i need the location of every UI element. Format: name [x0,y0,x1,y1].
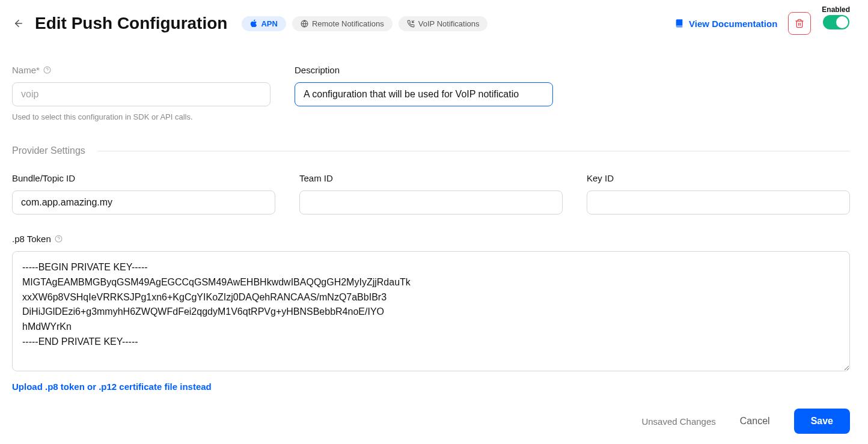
name-helper: Used to select this configuration in SDK… [12,112,270,121]
provider-section-title: Provider Settings [12,145,85,156]
token-section: .p8 Token Upload .p8 token or .p12 certi… [12,234,850,392]
key-input[interactable] [587,190,850,214]
book-icon [674,19,684,28]
key-label: Key ID [587,173,850,183]
provider-divider: Provider Settings [12,145,850,156]
token-label: .p8 Token [12,234,850,244]
bundle-input[interactable] [12,190,275,214]
enabled-toggle[interactable] [823,15,849,29]
desc-field-col: Description [295,65,553,121]
header: Edit Push Configuration APN Remote Notif… [12,12,850,35]
badges: APN Remote Notifications VoIP Notificati… [242,16,487,31]
name-input[interactable] [12,82,270,106]
badge-remote: Remote Notifications [292,16,393,31]
delete-button[interactable] [788,12,811,35]
globe-icon [301,20,308,28]
unsaved-changes-label: Unsaved Changes [641,416,715,427]
upload-file-link[interactable]: Upload .p8 token or .p12 certificate fil… [12,382,212,392]
badge-remote-label: Remote Notifications [312,19,384,28]
team-col: Team ID [299,173,563,214]
toggle-knob [836,16,848,28]
desc-label: Description [295,65,553,75]
phone-icon [407,20,415,28]
name-field-col: Name* Used to select this configuration … [12,65,270,121]
key-col: Key ID [587,173,850,214]
help-icon [43,66,51,74]
trash-icon [795,19,804,28]
badge-apn-label: APN [261,19,277,28]
name-label: Name* [12,65,270,75]
enabled-label: Enabled [822,5,850,14]
view-documentation-link[interactable]: View Documentation [674,19,777,29]
divider-line [97,151,850,151]
name-desc-row: Name* Used to select this configuration … [12,65,850,121]
header-actions: View Documentation Enabled [674,12,850,35]
bundle-label: Bundle/Topic ID [12,173,275,183]
badge-voip-label: VoIP Notifications [418,19,480,28]
view-docs-label: View Documentation [689,19,777,29]
badge-apn: APN [242,16,286,31]
save-button[interactable]: Save [794,409,850,434]
back-button[interactable] [12,17,25,30]
team-label: Team ID [299,173,563,183]
cancel-button[interactable]: Cancel [740,416,770,427]
team-input[interactable] [299,190,563,214]
p8-token-textarea[interactable] [12,251,850,371]
help-icon [55,235,63,243]
arrow-left-icon [13,18,24,29]
page-title: Edit Push Configuration [35,14,227,33]
description-input[interactable] [295,82,553,106]
enabled-toggle-wrap: Enabled [822,5,850,29]
apple-icon [250,19,257,28]
footer: Unsaved Changes Cancel Save [12,409,850,434]
provider-row: Bundle/Topic ID Team ID Key ID [12,173,850,214]
badge-voip: VoIP Notifications [399,16,488,31]
bundle-col: Bundle/Topic ID [12,173,275,214]
